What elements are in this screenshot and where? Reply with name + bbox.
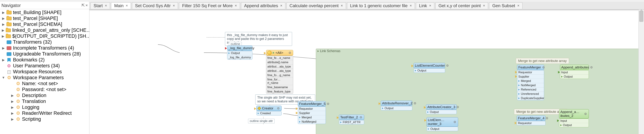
port-notmerged[interactable]: NotMerged <box>298 120 326 124</box>
node-creator[interactable]: Creator ⚙ Created <box>256 106 282 116</box>
tab-main[interactable]: Main × <box>111 2 131 9</box>
port-referenced[interactable]: Referenced <box>517 87 544 92</box>
gear-icon[interactable]: ⚙ <box>327 102 330 106</box>
gear-icon[interactable]: ⚙ <box>542 66 545 69</box>
tab-start[interactable]: Start × <box>90 2 110 9</box>
gear-icon[interactable]: ⚙ <box>590 66 593 69</box>
port-first-attr[interactable]: FIRST_ATTR <box>339 120 364 124</box>
port-merged[interactable]: Merged <box>517 79 544 83</box>
close-icon[interactable]: × <box>341 3 343 8</box>
node-feature-merger-5[interactable]: FeatureMerger_5 ⚙ Requestor Supplier Mer… <box>298 101 326 124</box>
gear-icon[interactable]: ⚙ <box>456 105 459 109</box>
expand-arrow-icon[interactable]: ▶ <box>2 46 5 50</box>
port-duplicate[interactable]: DuplicateSupplier <box>517 96 544 100</box>
expand-arrow-icon[interactable]: ▶ <box>11 100 14 103</box>
expand-arrow-icon[interactable]: ▶ <box>2 34 4 38</box>
input-port-icon[interactable] <box>378 102 380 105</box>
input-port-icon[interactable] <box>337 116 339 119</box>
tab-gensubset[interactable]: Gen Subset × <box>489 2 522 9</box>
undock-icon[interactable]: ⇱ <box>82 3 85 8</box>
node-attribute-creator-3[interactable]: AttributeCreator_3 ⚙ Output <box>426 104 457 114</box>
node-test-filter-2[interactable]: TestFilter_2 ⚙ FIRST_ATTR <box>339 115 364 125</box>
tab-link[interactable]: Link × <box>416 2 434 9</box>
node-feature-merger-4[interactable]: FeatureMerger_4 ⚙ Requestor <box>517 116 546 125</box>
port[interactable]: attribut…ata_type <box>266 69 293 73</box>
nav-item-ws-name[interactable]: ▶ ⚙ Name: <not set> <box>0 81 89 87</box>
navigator-tree[interactable]: ▶ test_Building [SHAPE] ▶ test_Parcel [S… <box>0 9 89 134</box>
nav-item-user-params[interactable]: ▶ ⚙ User Parameters (34) <box>0 63 89 69</box>
gear-icon[interactable]: ⚙ <box>360 116 362 119</box>
nav-item-incomplete-tf[interactable]: ▶ Incomplete Transformers (4) <box>0 45 89 51</box>
expand-arrow-icon[interactable]: ▶ <box>2 22 5 26</box>
expand-arrow-icon[interactable]: ▶ <box>2 58 5 62</box>
nav-item-building[interactable]: ▶ test_Building [SHAPE] <box>0 9 89 15</box>
port-output[interactable]: Output <box>426 110 456 114</box>
port-supplier[interactable]: Supplier <box>298 111 326 115</box>
node-append-attributes-2[interactable]: Append_a…ibutes_2 ⚙ Input Output <box>559 109 589 127</box>
port-unreferenced[interactable]: Unreferenced <box>517 92 544 96</box>
gear-icon[interactable]: ⚙ <box>277 107 280 110</box>
close-icon[interactable]: × <box>105 3 107 8</box>
port-requestor[interactable]: Requestor <box>517 70 544 74</box>
tab-filter150[interactable]: Filter 150 Sq Feet or More × <box>179 2 240 9</box>
tab-setcoord[interactable]: Set Coord Sys Attr × <box>132 2 178 9</box>
expand-arrow-icon[interactable]: ▶ <box>2 28 4 32</box>
annotation-merge-1[interactable]: Merge to get new attribute array <box>516 58 569 64</box>
input-port-icon[interactable] <box>412 65 414 67</box>
gear-icon[interactable]: ⚙ <box>446 64 449 67</box>
tab-xycenter[interactable]: Get x,y of center point × <box>436 2 488 9</box>
bookmark-link-schemas[interactable]: Link Schemas <box>316 49 640 134</box>
input-port-icon[interactable] <box>225 47 227 50</box>
vertical-scrollbar[interactable]: ˄ <box>638 9 644 134</box>
port[interactable]: fme_fo…g_name <box>266 73 293 77</box>
port-log-file-dummy[interactable]: _log_file_dummy <box>227 55 252 60</box>
gear-icon[interactable]: ⚙ <box>288 51 291 55</box>
close-icon[interactable]: × <box>86 3 88 8</box>
scrollbar-thumb[interactable] <box>639 11 643 22</box>
nav-item-ws-desc[interactable]: ▶ ⚙ Description <box>0 92 89 98</box>
port-output[interactable]: Output <box>560 74 589 79</box>
close-icon[interactable]: × <box>483 3 485 8</box>
expand-arrow-icon[interactable]: ▶ <box>11 111 14 115</box>
nav-item-ws-password[interactable]: ▶ ⚙ Password: <not set> <box>0 87 89 92</box>
gear-icon[interactable]: ⚙ <box>454 120 456 124</box>
gear-icon[interactable]: ⚙ <box>414 101 416 105</box>
workflow-canvas[interactable]: this _log_file_dummy makes it easy to ju… <box>90 9 644 134</box>
expand-arrow-icon[interactable]: ▶ <box>2 16 5 20</box>
nav-item-upgradeable-tf[interactable]: ▶ Upgradeable Transformers (28) <box>0 51 89 57</box>
nav-item-ws-params[interactable]: ▼ ⚙ Workspace Parameters <box>0 75 89 81</box>
port[interactable]: fme_basename <box>266 85 293 89</box>
nav-item-linked-schema[interactable]: ▶ linked_0_parcel_attrs_only [SCHE… <box>0 27 89 33</box>
close-icon[interactable]: × <box>429 3 431 8</box>
nav-item-parcel-shape[interactable]: ▶ test_Parcel [SHAPE] <box>0 15 89 21</box>
node-attribute-remover-2[interactable]: AttributeRemover_2 ⚙ Output <box>381 101 412 111</box>
input-port-icon[interactable] <box>254 107 256 110</box>
port-notmerged[interactable]: NotMerged <box>517 83 544 87</box>
expand-arrow-icon[interactable]: ▶ <box>11 105 14 109</box>
port-output[interactable]: Output <box>414 68 445 72</box>
port-supplier[interactable]: Supplier <box>517 74 544 79</box>
expand-arrow-icon[interactable]: ▶ <box>2 11 5 14</box>
port[interactable]: fme_for…rt_name <box>266 77 293 85</box>
port[interactable]: attribut…ata_type <box>266 65 293 69</box>
node-list-element-counter[interactable]: ListElementCounter ⚙ Output <box>414 63 445 73</box>
tab-overlap[interactable]: Calculate overlap percent × <box>286 2 346 9</box>
expand-arrow-icon[interactable]: ▶ <box>11 117 14 121</box>
nav-item-ws-resources[interactable]: ▶ ◫ Workspace Resources <box>0 69 89 75</box>
close-icon[interactable]: × <box>410 3 412 8</box>
nav-item-output-dir[interactable]: ▶ $(OUTPUT_DIR_SCRIPTED) [SH… <box>0 33 89 39</box>
nav-item-ws-scripting[interactable]: ▶ ⚙ Scripting <box>0 116 89 122</box>
close-icon[interactable]: × <box>517 3 520 8</box>
port-requestor[interactable]: Requestor <box>298 107 326 111</box>
nav-item-parcel-schema[interactable]: ▶ test_Parcel [SCHEMA] <box>0 21 89 27</box>
nav-item-transformers[interactable]: ▶ Transformers (32) <box>0 39 89 45</box>
close-icon[interactable]: × <box>173 3 175 8</box>
nav-item-ws-translation[interactable]: ▶ ⚙ Translation <box>0 98 89 104</box>
port-input[interactable]: Input <box>560 70 589 74</box>
gear-icon[interactable]: ⚙ <box>546 116 548 120</box>
nav-item-bookmarks[interactable]: ▶ Bookmarks (2) <box>0 57 89 63</box>
port-requestor[interactable]: Requestor <box>517 121 546 125</box>
tab-append-attrs[interactable]: Append attributes × <box>241 2 286 9</box>
tab-link-generic[interactable]: Link to 1 generic customer file × <box>347 2 415 9</box>
input-port-icon[interactable] <box>424 106 426 109</box>
